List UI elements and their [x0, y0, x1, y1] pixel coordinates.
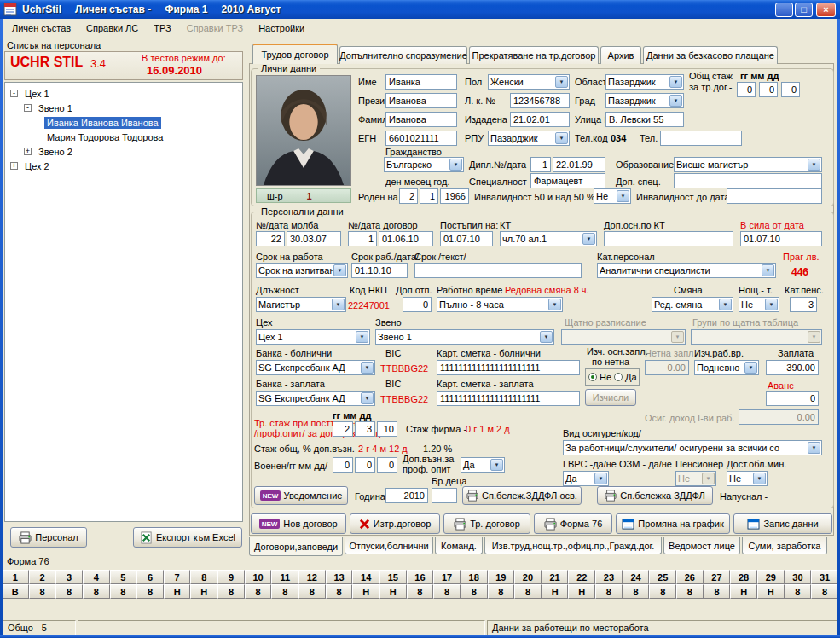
- idcard-input[interactable]: [510, 93, 570, 108]
- calendar-day-header[interactable]: 3: [55, 570, 83, 584]
- tab-dogovori-zapovedi[interactable]: Договори,заповеди: [249, 537, 343, 556]
- card-pay-input[interactable]: [437, 391, 580, 406]
- tree-item-ceh1[interactable]: -Цех 1: [5, 86, 242, 101]
- tab-vedomost-lice[interactable]: Ведомост лице: [663, 537, 740, 554]
- calendar-day-value[interactable]: 8: [623, 584, 650, 599]
- tab-trudov-dogovor[interactable]: Трудов договор: [252, 44, 338, 64]
- chevron-down-icon[interactable]: [617, 190, 629, 202]
- position-select[interactable]: Магистър: [256, 297, 346, 312]
- tree-item-label[interactable]: Звено 1: [36, 102, 75, 114]
- salary-input[interactable]: [766, 360, 819, 375]
- tree-expander-icon[interactable]: -: [24, 104, 32, 112]
- calendar-day-header[interactable]: 15: [379, 570, 407, 584]
- calendar-day-header[interactable]: 19: [488, 570, 515, 584]
- chevron-down-icon[interactable]: [548, 299, 561, 310]
- tree-item-label-selected[interactable]: Иванка Иванова Иванова: [44, 117, 161, 129]
- calendar-day-value[interactable]: 8: [461, 584, 488, 599]
- chevron-down-icon[interactable]: [762, 264, 774, 276]
- street-input[interactable]: [605, 112, 684, 127]
- calendar-day-value[interactable]: Н: [379, 584, 407, 599]
- tree-item-label[interactable]: Цех 2: [22, 160, 52, 172]
- kt-add-input[interactable]: [604, 231, 733, 246]
- tab-arhiv[interactable]: Архив: [600, 46, 641, 64]
- chevron-down-icon[interactable]: [356, 331, 368, 343]
- tab-otpuski-bolnichni[interactable]: Отпуски,болнични: [345, 537, 433, 554]
- request-date-input[interactable]: [287, 231, 341, 246]
- sex-select[interactable]: Женски: [488, 74, 570, 90]
- calendar-day-value[interactable]: 8: [83, 584, 110, 599]
- calendar-day-value[interactable]: 8: [245, 584, 272, 599]
- calendar-day-value[interactable]: 8: [298, 584, 326, 599]
- calendar-day-value[interactable]: 8: [110, 584, 137, 599]
- total-service-mm-input[interactable]: [759, 82, 778, 97]
- chevron-down-icon[interactable]: [669, 76, 682, 88]
- military-dd-input[interactable]: [377, 457, 397, 473]
- chevron-down-icon[interactable]: [594, 473, 607, 484]
- zddfl-osv-button[interactable]: Сп.бележ.ЗДДФЛ осв.: [462, 486, 582, 505]
- calendar-day-value[interactable]: 8: [811, 584, 838, 599]
- calendar-day-header[interactable]: 8: [190, 570, 217, 584]
- term-select[interactable]: Срок на изпитване 6: [256, 263, 348, 278]
- close-button[interactable]: ×: [816, 3, 836, 17]
- advance-input[interactable]: [766, 391, 819, 406]
- calendar-day-value[interactable]: 8: [326, 584, 353, 599]
- shift-select[interactable]: Ред. смяна: [652, 297, 733, 312]
- term-text-input[interactable]: [414, 263, 582, 278]
- unit-select[interactable]: Звено 1: [375, 329, 554, 345]
- tree-item-ceh2[interactable]: +Цех 2: [5, 159, 242, 173]
- calendar-day-header[interactable]: 20: [514, 570, 542, 584]
- chevron-down-icon[interactable]: [332, 299, 345, 310]
- calendar-day-header[interactable]: 16: [407, 570, 434, 584]
- region-select[interactable]: Пазарджик: [605, 74, 684, 90]
- calendar-day-value[interactable]: 8: [704, 584, 731, 599]
- calendar-day-header[interactable]: 29: [757, 570, 785, 584]
- addspec-input[interactable]: [674, 173, 822, 188]
- form76-button[interactable]: Форма 76: [534, 513, 612, 534]
- chevron-down-icon[interactable]: [753, 473, 766, 484]
- calendar-day-header[interactable]: 21: [542, 570, 569, 584]
- calendar-day-header[interactable]: 2: [29, 570, 56, 584]
- contract-date-input[interactable]: [379, 231, 433, 246]
- valid-from-input[interactable]: [740, 231, 822, 246]
- town-select[interactable]: Пазарджик: [605, 93, 684, 108]
- calendar-day-value[interactable]: Н: [757, 584, 785, 599]
- calendar-day-value[interactable]: 8: [649, 584, 676, 599]
- tree-item-zveno1[interactable]: -Звено 1: [5, 101, 242, 115]
- issued-input[interactable]: [510, 112, 570, 127]
- calendar-day-header[interactable]: 9: [217, 570, 245, 584]
- calendar-day-header[interactable]: 14: [352, 570, 379, 584]
- disability-date-input[interactable]: [727, 188, 822, 204]
- calendar-day-header[interactable]: 1: [2, 570, 29, 584]
- calendar-day-header[interactable]: 7: [164, 570, 191, 584]
- workshop-select[interactable]: Цех 1: [256, 329, 370, 345]
- tree-item-ivanka[interactable]: Иванка Иванова Иванова: [5, 115, 242, 130]
- military-gg-input[interactable]: [333, 457, 353, 473]
- calendar-day-value[interactable]: Н: [190, 584, 217, 599]
- bank-pay-select[interactable]: SG Експресбанк АД: [256, 391, 375, 406]
- print-contract-button[interactable]: Тр. договор: [443, 513, 530, 534]
- calendar-day-value[interactable]: 8: [407, 584, 434, 599]
- radio-yes[interactable]: [614, 373, 623, 381]
- chevron-down-icon[interactable]: [669, 95, 682, 107]
- tab-sumi-zarabotka[interactable]: Суми, заработка: [742, 537, 827, 554]
- bank-sick-select[interactable]: SG Експресбанк АД: [256, 360, 375, 375]
- prof-exp-select[interactable]: Да: [461, 457, 505, 473]
- schedule-change-button[interactable]: Промяна на график: [616, 513, 730, 534]
- calendar-day-header[interactable]: 31: [811, 570, 838, 584]
- diploma-no-input[interactable]: [530, 157, 551, 172]
- tree-item-maria[interactable]: Мария Тодорова Тодорова: [5, 130, 242, 144]
- export-excel-button[interactable]: Експорт към Excel: [133, 527, 242, 548]
- night-work-select[interactable]: Не: [739, 297, 779, 312]
- zddfl-button[interactable]: Сп.бележка ЗДДФЛ: [597, 486, 713, 505]
- calendar-day-header[interactable]: 24: [623, 570, 650, 584]
- total-service-gg-input[interactable]: [737, 82, 756, 97]
- pension-cat-input[interactable]: [790, 297, 817, 312]
- chevron-down-icon[interactable]: [744, 362, 757, 374]
- children-input[interactable]: [432, 488, 457, 503]
- card-sick-input[interactable]: [437, 360, 580, 375]
- chevron-down-icon[interactable]: [555, 76, 568, 88]
- save-data-button[interactable]: Запис данни: [733, 513, 832, 534]
- calendar-day-header[interactable]: 25: [649, 570, 676, 584]
- request-no-input[interactable]: [256, 231, 285, 246]
- calendar-day-value[interactable]: 8: [217, 584, 245, 599]
